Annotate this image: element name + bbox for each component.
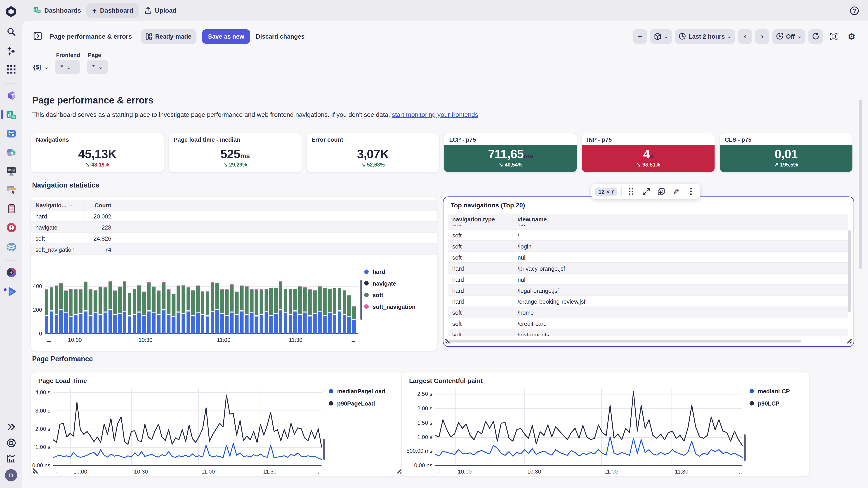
fullscreen-button[interactable]: [826, 29, 841, 43]
stacked-bar[interactable]: [167, 289, 170, 334]
time-forward-button[interactable]: ›: [755, 29, 770, 43]
panel-toggle-icon[interactable]: [33, 31, 42, 41]
stacked-bar[interactable]: [118, 287, 122, 333]
table-row[interactable]: softnull: [448, 252, 848, 263]
tab-upload[interactable]: Upload: [139, 3, 182, 18]
stacked-bar[interactable]: [279, 281, 283, 334]
stacked-bar[interactable]: [352, 306, 356, 333]
stacked-bar[interactable]: [182, 285, 185, 334]
stacked-bar[interactable]: [225, 289, 229, 334]
stacked-bar[interactable]: [347, 295, 351, 334]
stacked-bar[interactable]: [323, 288, 327, 334]
frontend-select[interactable]: * ⌄: [55, 60, 80, 74]
pan-left-icon[interactable]: ←: [46, 337, 52, 344]
stacked-bar[interactable]: [342, 290, 346, 334]
stacked-bar[interactable]: [128, 293, 131, 334]
stacked-bar[interactable]: [59, 283, 63, 334]
stacked-bar[interactable]: [157, 290, 161, 333]
usage-chart-icon[interactable]: [0, 450, 22, 466]
stacked-bar[interactable]: [293, 289, 297, 334]
stacked-bar[interactable]: [196, 286, 199, 334]
kpi-card[interactable]: LCP - p75711,65ms↘ 40,54%: [444, 133, 578, 173]
kpi-card[interactable]: Page load time - median525ms↘ 29,29%: [168, 133, 302, 173]
add-tile-button[interactable]: +: [633, 29, 647, 43]
top-navigations-tile-selected[interactable]: Top navigations (Top 20) navigation.type…: [443, 196, 854, 347]
sidebar-app-cube-icon[interactable]: [0, 88, 22, 103]
table-row[interactable]: hard20.002: [31, 211, 437, 222]
vertical-scrollbar[interactable]: [848, 230, 851, 312]
stacked-bar[interactable]: [308, 289, 312, 334]
stacked-bar[interactable]: [186, 287, 190, 334]
kpi-card[interactable]: CLS - p750,01↗ 195,5%: [719, 133, 853, 173]
app-grid-icon[interactable]: [0, 61, 22, 77]
stacked-bar[interactable]: [123, 281, 127, 334]
kpi-card[interactable]: INP - p754s↘ 98,51%: [581, 133, 715, 173]
stacked-bar[interactable]: [265, 289, 268, 334]
table-row[interactable]: soft/: [448, 230, 848, 240]
stacked-bar[interactable]: [74, 289, 78, 334]
edit-tile-icon[interactable]: ✎: [671, 186, 682, 197]
resize-handle-bottom-right[interactable]: [845, 337, 852, 345]
stacked-bar[interactable]: [50, 287, 53, 334]
sidebar-app-shapes-icon[interactable]: [0, 144, 22, 160]
stacked-bar[interactable]: [55, 286, 58, 334]
stacked-bar[interactable]: [79, 289, 83, 334]
help-lifebuoy-icon[interactable]: [0, 435, 22, 451]
stacked-bar[interactable]: [216, 283, 219, 334]
stacked-bar[interactable]: [98, 287, 102, 333]
stacked-bar[interactable]: [245, 286, 248, 334]
stacked-bar[interactable]: [303, 287, 307, 334]
user-avatar[interactable]: D: [0, 467, 22, 483]
legend-item[interactable]: soft: [364, 292, 415, 298]
auto-refresh-picker[interactable]: Off ⌄: [772, 29, 805, 43]
discard-changes-button[interactable]: Discard changes: [256, 33, 305, 39]
sidebar-app-problems-icon[interactable]: [0, 220, 22, 235]
stacked-bar[interactable]: [94, 290, 97, 333]
stacked-bar[interactable]: [289, 289, 292, 334]
legend-item[interactable]: p90LCP: [749, 400, 790, 407]
stacked-bar[interactable]: [137, 285, 141, 333]
sidebar-app-browser-icon[interactable]: [0, 182, 22, 198]
table-row[interactable]: soft/login: [448, 240, 848, 252]
table-row[interactable]: soft/home: [448, 307, 848, 318]
stacked-bar[interactable]: [211, 282, 214, 333]
stacked-bar[interactable]: [201, 291, 205, 334]
stacked-bar[interactable]: [259, 289, 263, 334]
pan-left-icon[interactable]: ←: [436, 468, 442, 475]
stacked-bar[interactable]: [299, 286, 302, 333]
pan-right-icon[interactable]: →: [350, 337, 356, 344]
legend-item[interactable]: medianLCP: [749, 388, 790, 394]
ai-sparkles-icon[interactable]: [0, 43, 22, 59]
table-row[interactable]: hardnull: [448, 274, 848, 285]
stacked-bar[interactable]: [172, 294, 175, 334]
resize-tile-icon[interactable]: [641, 186, 652, 197]
pan-left-icon[interactable]: ←: [54, 468, 60, 475]
stacked-bar[interactable]: [177, 286, 180, 334]
stacked-bar[interactable]: [269, 288, 273, 333]
sidebar-app-monitor-icon[interactable]: [0, 163, 22, 179]
refresh-button[interactable]: [808, 29, 823, 43]
table-row[interactable]: hard/orange-booking-review.jsf: [448, 296, 848, 307]
stacked-bar[interactable]: [254, 289, 258, 334]
horizontal-scrollbar[interactable]: [449, 340, 801, 343]
tile-scrollbar[interactable]: [744, 434, 745, 461]
tab-dashboard-active[interactable]: + Dashboard: [87, 3, 139, 18]
column-header-view-name[interactable]: view.name: [513, 214, 848, 225]
stacked-bar[interactable]: [338, 288, 341, 333]
table-row[interactable]: soft/credit-card: [448, 318, 848, 329]
stacked-bar[interactable]: [89, 289, 92, 334]
page-select[interactable]: * ⌄: [87, 60, 108, 74]
stacked-bar[interactable]: [274, 288, 278, 334]
sidebar-app-services-icon[interactable]: [0, 265, 22, 280]
stacked-bar[interactable]: [328, 289, 331, 334]
legend-item[interactable]: navigate: [364, 280, 415, 287]
stacked-bar[interactable]: [318, 286, 322, 334]
stacked-bar[interactable]: [113, 290, 117, 334]
stacked-bar[interactable]: [64, 290, 68, 334]
tile-more-menu-icon[interactable]: [685, 186, 696, 197]
tab-dashboards[interactable]: Dashboards: [28, 3, 87, 18]
stacked-bar[interactable]: [108, 281, 112, 334]
stacked-bar[interactable]: [250, 289, 253, 333]
table-row[interactable]: hard/privacy-orange.jsf: [448, 263, 848, 274]
pan-right-icon[interactable]: →: [735, 468, 741, 475]
